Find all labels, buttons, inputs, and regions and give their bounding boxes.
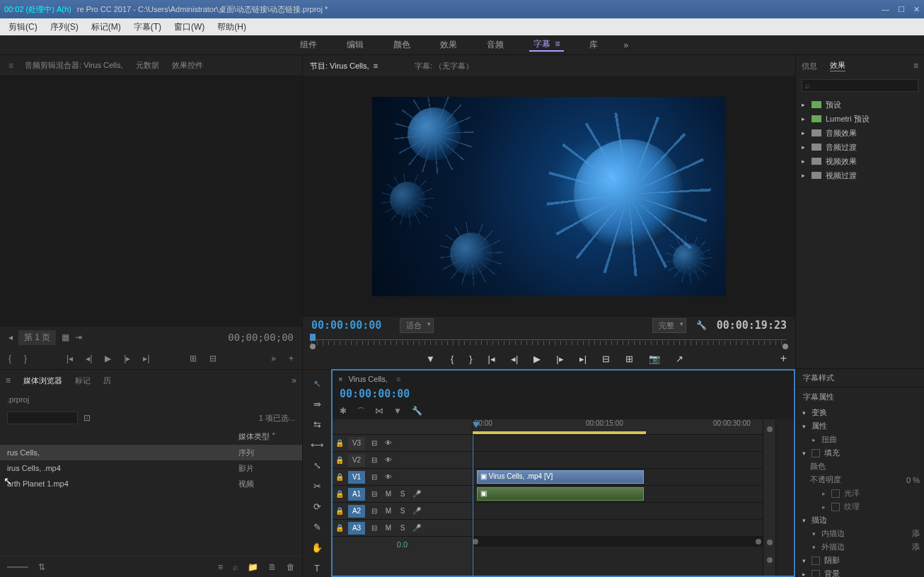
insert-icon[interactable]: ⊞ [190,354,197,363]
menu-marker[interactable]: 标记(M) [86,21,127,33]
tree-audio-trans[interactable]: ▸音频过渡 [799,140,921,154]
target-icon[interactable]: ⊟ [369,473,379,481]
tree-presets[interactable]: ▸预设 [799,98,921,112]
track-header-a2[interactable]: 🔒 A2 ⊟ M S 🎤 [333,503,472,520]
workspace-audio[interactable]: 音频 [483,39,508,51]
prop-transform[interactable]: ▾变换 [800,406,920,419]
tab-info[interactable]: 信息 [802,61,817,71]
overflow-icon[interactable]: » [271,354,276,363]
track-a3[interactable] [473,520,763,537]
lock-icon[interactable]: 🔒 [335,490,344,498]
add-button-icon[interactable]: + [289,354,294,363]
timeline-timecode[interactable]: 00:00:00:00 [340,387,410,400]
pen-tool[interactable]: ✎ [310,522,324,532]
mark-out-icon[interactable]: } [24,354,27,363]
prop-attributes[interactable]: ▾属性 [800,419,920,433]
prop-inner-stroke[interactable]: ▾内描边添 [800,527,920,540]
solo-icon[interactable]: S [398,490,408,498]
tab-more[interactable]: 历 [103,375,111,386]
audio-clip[interactable]: ▣ [477,487,644,501]
prev-page-icon[interactable]: ◂ [8,332,13,342]
target-icon[interactable]: ⊟ [369,490,379,498]
eye-icon[interactable]: 👁 [383,473,393,481]
list-icon[interactable]: ▦ [62,332,69,342]
project-row[interactable]: arth Planet 1.mp4视频 [0,476,302,491]
menu-help[interactable]: 帮助(H) [212,21,252,33]
prop-stroke[interactable]: ▾描边 [800,513,920,527]
selection-tool[interactable]: ↖ [310,378,324,389]
captions-tab[interactable]: 字幕: （无字幕） [413,58,475,74]
tab-media-browser[interactable]: 媒体浏览器 [23,375,62,386]
add-button-icon[interactable]: + [780,352,787,365]
razor-tool[interactable]: ✂ [310,481,324,491]
target-icon[interactable]: ⊟ [369,507,379,515]
settings-icon[interactable]: 🔧 [696,320,707,330]
tab-metadata[interactable]: 元数据 [134,57,161,74]
track-select-tool[interactable]: ⇛ [310,399,324,409]
tree-lumetri[interactable]: ▸Lumetri 预设 [799,112,921,126]
panel-menu-icon[interactable]: ≡ [396,375,400,383]
slip-tool[interactable]: ⟳ [310,501,324,512]
list-view-icon[interactable]: ≡ [218,562,223,572]
tab-effects[interactable]: 效果 [830,60,845,71]
go-in-icon[interactable]: |◂ [67,354,73,363]
workspace-assembly[interactable]: 组件 [296,39,321,51]
mark-in-icon[interactable]: { [8,354,11,363]
step-back-icon[interactable]: ◂| [86,354,92,363]
rolling-tool[interactable]: ⟷ [310,440,324,450]
sort-icon[interactable]: ⇅ [38,562,45,572]
play-icon[interactable]: ▶ [533,354,541,364]
new-item-icon[interactable]: 🗎 [268,562,277,572]
prop-distort[interactable]: ▸扭曲 [800,433,920,446]
workspace-editing[interactable]: 编辑 [342,39,368,51]
panel-menu-icon[interactable]: ≡ [913,61,918,71]
ripple-tool[interactable]: ⇆ [310,419,324,430]
mic-icon[interactable]: 🎤 [412,524,422,532]
mute-icon[interactable]: M [383,524,393,532]
link-icon[interactable]: ⋈ [375,406,383,418]
tree-video-fx[interactable]: ▸视频效果 [799,154,921,168]
video-preview[interactable] [372,97,726,296]
tree-audio-fx[interactable]: ▸音频效果 [799,126,921,140]
snapshot-icon[interactable]: 📷 [649,354,660,364]
effects-search-input[interactable]: ⌕ [802,79,918,92]
zoom-dropdown[interactable]: 适合 [400,318,434,333]
sequence-tab-name[interactable]: Virus Cells, [348,375,387,383]
prop-outer-stroke[interactable]: ▾外描边添 [800,540,920,554]
go-out-icon[interactable]: ▸| [143,354,149,363]
close-tab-icon[interactable]: × [338,375,342,383]
close-button[interactable]: ✕ [913,0,920,18]
hand-tool[interactable]: ✋ [310,542,324,553]
new-bin-icon[interactable]: 📁 [248,562,258,572]
column-media-type[interactable]: 媒体类型 ˄ [238,431,295,442]
target-icon[interactable]: ⊟ [369,524,379,532]
track-header-a3[interactable]: 🔒 A3 ⊟ M S 🎤 [333,520,472,537]
filter-icon[interactable]: ⊡ [83,413,91,423]
timeline-ruler[interactable]: :00:00 00:00:15:00 00:00:30:00 [473,419,763,435]
settings-icon[interactable]: 🔧 [412,406,422,418]
zoom-slider[interactable] [7,566,28,568]
track-header-v3[interactable]: 🔒 V3 ⊟ 👁 [333,435,472,452]
video-clip[interactable]: ▣ Virus Cells, .mp4 [V] [477,470,644,484]
zoom-value[interactable]: 0.0 [397,540,408,549]
prop-shine[interactable]: ▸光泽 [800,486,920,500]
go-out-icon[interactable]: ▸| [579,354,587,364]
tree-video-trans[interactable]: ▸视频过渡 [799,168,921,182]
marker-icon[interactable]: ▼ [426,354,435,364]
project-row[interactable]: irus Cells, .mp4影片 [0,460,302,476]
step-fwd-icon[interactable]: |▸ [556,354,563,364]
prop-background[interactable]: ▸背景 [800,567,920,577]
track-header-v1[interactable]: 🔒 V1 ⊟ 👁 [333,469,472,486]
lock-icon[interactable]: 🔒 [335,439,344,447]
play-icon[interactable]: ▶ [105,354,111,363]
solo-icon[interactable]: S [398,524,408,532]
eye-icon[interactable]: 👁 [383,439,393,447]
quality-dropdown[interactable]: 完整 [652,318,686,333]
menu-title[interactable]: 字幕(T) [128,21,167,33]
mic-icon[interactable]: 🎤 [412,490,422,498]
program-scrubber[interactable] [311,334,787,348]
prop-shadow[interactable]: ▾阴影 [800,554,920,567]
lift-icon[interactable]: ⊟ [602,354,610,364]
prop-fill[interactable]: ▾填充 [800,446,920,460]
track-v1[interactable]: ▣ Virus Cells, .mp4 [V] [473,469,763,486]
